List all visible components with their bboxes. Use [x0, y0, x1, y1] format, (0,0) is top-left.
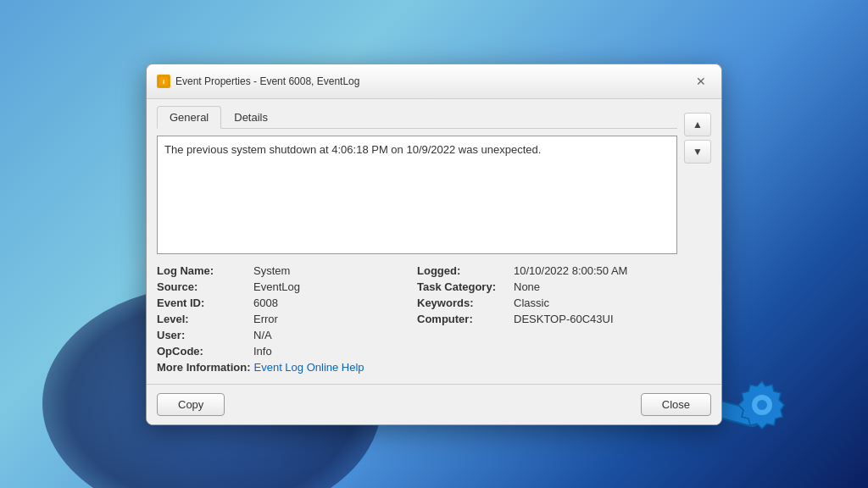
- title-bar-left: i Event Properties - Event 6008, EventLo…: [157, 75, 359, 88]
- value-keywords: Classic: [514, 297, 549, 309]
- svg-point-2: [752, 395, 772, 415]
- label-level: Level:: [157, 313, 250, 325]
- value-source: EventLog: [253, 280, 300, 293]
- main-area: General Details The previous system shut…: [157, 106, 677, 374]
- info-row-computer: Computer: DESKTOP-60C43UI: [417, 313, 677, 325]
- value-user: N/A: [253, 329, 272, 341]
- value-computer: DESKTOP-60C43UI: [514, 313, 614, 325]
- svg-text:i: i: [163, 78, 164, 86]
- info-row-eventid: Event ID: 6008: [157, 297, 417, 309]
- label-opcode: OpCode:: [157, 345, 250, 358]
- title-bar: i Event Properties - Event 6008, EventLo…: [147, 64, 721, 99]
- label-computer: Computer:: [417, 313, 510, 325]
- info-row-logname: Log Name: System: [157, 264, 417, 277]
- value-level: Error: [253, 313, 278, 325]
- label-taskcategory: Task Category:: [417, 280, 510, 293]
- info-row-taskcategory: Task Category: None: [417, 280, 677, 293]
- info-col-left: Log Name: System Source: EventLog Event …: [157, 264, 417, 374]
- value-logname: System: [253, 264, 290, 277]
- scroll-down-button[interactable]: ▼: [684, 140, 711, 164]
- info-row-moreinfo: More Information: Event Log Online Help: [157, 361, 417, 374]
- label-eventid: Event ID:: [157, 297, 250, 309]
- label-source: Source:: [157, 280, 250, 293]
- event-message-box: The previous system shutdown at 4:06:18 …: [157, 136, 677, 254]
- label-logged: Logged:: [417, 264, 510, 277]
- label-user: User:: [157, 329, 250, 341]
- scroll-up-button[interactable]: ▲: [684, 113, 711, 136]
- value-taskcategory: None: [514, 280, 540, 293]
- close-button[interactable]: Close: [641, 393, 711, 416]
- close-window-button[interactable]: ✕: [691, 71, 711, 92]
- event-info-grid: Log Name: System Source: EventLog Event …: [157, 264, 677, 374]
- info-row-keywords: Keywords: Classic: [417, 297, 677, 309]
- info-row-level: Level: Error: [157, 313, 417, 325]
- app-icon: i: [157, 75, 170, 88]
- value-eventid: 6008: [253, 297, 278, 309]
- tab-general[interactable]: General: [157, 106, 221, 129]
- info-row-logged: Logged: 10/10/2022 8:00:50 AM: [417, 264, 677, 277]
- value-logged: 10/10/2022 8:00:50 AM: [514, 264, 627, 277]
- label-moreinfo: More Information:: [157, 361, 251, 374]
- info-row-user: User: N/A: [157, 329, 417, 341]
- event-message-text: The previous system shutdown at 4:06:18 …: [164, 143, 541, 156]
- info-row-source: Source: EventLog: [157, 280, 417, 293]
- nav-buttons: ▲ ▼: [684, 106, 711, 374]
- info-col-right: Logged: 10/10/2022 8:00:50 AM Task Categ…: [417, 264, 677, 374]
- value-opcode: Info: [253, 345, 272, 358]
- event-properties-dialog: i Event Properties - Event 6008, EventLo…: [146, 64, 722, 425]
- svg-point-3: [757, 400, 767, 410]
- dialog-content: General Details The previous system shut…: [147, 99, 721, 384]
- window-title: Event Properties - Event 6008, EventLog: [175, 75, 359, 87]
- info-row-opcode: OpCode: Info: [157, 345, 417, 358]
- copy-button[interactable]: Copy: [157, 393, 225, 416]
- dialog-footer: Copy Close: [147, 384, 721, 424]
- tab-details[interactable]: Details: [221, 106, 281, 128]
- event-log-online-help-link[interactable]: Event Log Online Help: [254, 361, 364, 374]
- tab-bar: General Details: [157, 106, 677, 129]
- label-keywords: Keywords:: [417, 297, 510, 309]
- label-logname: Log Name:: [157, 264, 250, 277]
